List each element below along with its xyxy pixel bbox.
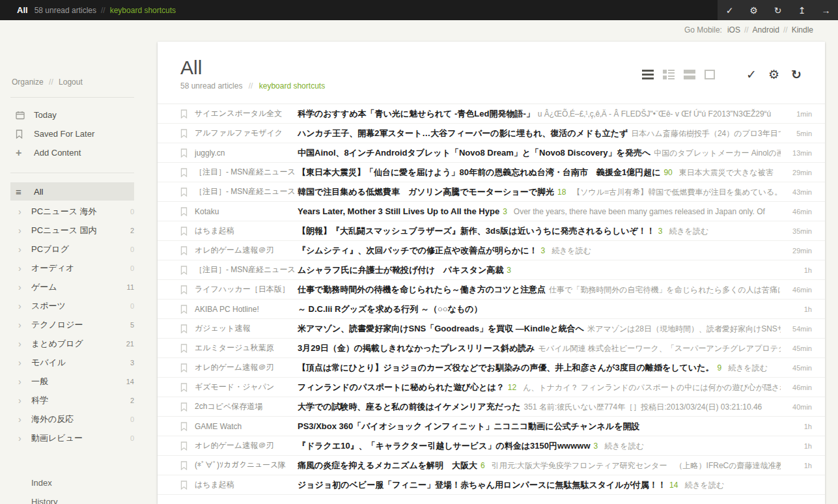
- sidebar-category[interactable]: › モバイル 3: [10, 353, 134, 372]
- article-row[interactable]: ギズモード・ジャパン フィンランドのパスポートに秘められた遊び心とは？12ん、ト…: [158, 378, 825, 397]
- bookmark-icon[interactable]: [180, 422, 189, 431]
- bookmark-icon[interactable]: [180, 246, 189, 255]
- chevron-right-icon[interactable]: ›: [10, 320, 31, 330]
- sidebar-category[interactable]: › スポーツ 0: [10, 296, 134, 315]
- sidebar-category[interactable]: › 海外の反応 0: [10, 410, 134, 428]
- chevron-right-icon[interactable]: ›: [10, 433, 31, 443]
- chevron-right-icon[interactable]: ›: [10, 263, 31, 273]
- logout-link[interactable]: Logout: [59, 77, 83, 87]
- chevron-right-icon[interactable]: ›: [10, 301, 31, 311]
- article-title[interactable]: 科学のおすすめ本「青い光に魅せられて -青色Led開発物語-」: [298, 109, 535, 119]
- article-title[interactable]: 韓国で注目集める低燃費車 ガソリン高騰でモーターショーで脚光: [298, 187, 554, 197]
- article-row[interactable]: ［注目］- MSN産経ニュース ムシャラフ氏に弁護士が靴投げ付け パキスタン高裁…: [158, 260, 825, 280]
- bookmark-icon[interactable]: [180, 363, 189, 372]
- bookmark-icon[interactable]: [180, 207, 189, 216]
- article-row[interactable]: 2chコピペ保存道場 大学での試験時、座ると私の前後はイケメンリア充だった351…: [158, 397, 825, 417]
- next-article-icon[interactable]: →: [814, 0, 838, 20]
- article-row[interactable]: はちま起稿 【朗報】『大乱闘スマッシュブラザーズ』新作、3ds版は近いうちに発売…: [158, 221, 825, 241]
- article-row[interactable]: ［注目］- MSN産経ニュース 韓国で注目集める低燃費車 ガソリン高騰でモーター…: [158, 182, 825, 202]
- organize-link[interactable]: Organize: [12, 77, 44, 87]
- chevron-right-icon[interactable]: ›: [10, 395, 31, 406]
- article-title[interactable]: 大学での試験時、座ると私の前後はイケメンリア充だった: [298, 402, 521, 412]
- article-row[interactable]: エルミタージュ秋葉原 3月29日（金）の掲載しきれなかったプレスリリース斜め読み…: [158, 339, 825, 358]
- article-title[interactable]: ハンカチ王子、開幕2軍スタート…大谷フィーバーの影に埋もれ、復活のメドも立たず: [298, 128, 628, 138]
- bookmark-icon[interactable]: [180, 344, 189, 353]
- go-mobile-ios-link[interactable]: iOS: [727, 25, 740, 35]
- article-row[interactable]: juggly.cn 中国Ainol、8インチAndroidタブレット「Novo8…: [158, 143, 825, 163]
- article-title[interactable]: ムシャラフ氏に弁護士が靴投げ付け パキスタン高裁: [298, 265, 503, 275]
- bookmark-icon[interactable]: [180, 109, 189, 119]
- sidebar-category[interactable]: › PCニュース 海外 0: [10, 202, 134, 221]
- article-title[interactable]: PS3/Xbox 360「バイオショック インフィニット」ニコニコ動画に公式チャ…: [298, 421, 640, 431]
- sidebar-category[interactable]: › PCブログ 0: [10, 240, 134, 259]
- chevron-right-icon[interactable]: ›: [10, 414, 31, 425]
- settings-gear-icon[interactable]: ⚙: [742, 0, 766, 20]
- bookmark-icon[interactable]: [180, 227, 189, 236]
- bookmark-icon[interactable]: [180, 481, 189, 490]
- sidebar-category[interactable]: › テクノロジー 5: [10, 315, 134, 334]
- view-full-icon[interactable]: [705, 70, 715, 79]
- bookmark-icon[interactable]: [180, 441, 189, 451]
- sidebar-item-today[interactable]: Today: [10, 105, 134, 124]
- view-magazine-icon[interactable]: [663, 70, 675, 79]
- article-row[interactable]: (*ﾟ∀ﾟ)ｿカガクニュース隊 痛風の炎症を抑えるメカニズムを解明 大阪大6引用…: [158, 456, 825, 475]
- bookmark-icon[interactable]: [180, 383, 189, 392]
- bookmark-icon[interactable]: [180, 148, 189, 158]
- bookmark-icon[interactable]: [180, 285, 189, 294]
- go-mobile-android-link[interactable]: Android: [753, 25, 779, 35]
- sidebar-category[interactable]: › オーディオ 0: [10, 259, 134, 277]
- article-row[interactable]: アルファルファモザイク ハンカチ王子、開幕2軍スタート…大谷フィーバーの影に埋も…: [158, 124, 825, 143]
- chevron-right-icon[interactable]: ›: [10, 339, 31, 349]
- article-title[interactable]: ジョジョ初のベビー服「フィニー」登場！赤ちゃん用ロンパースに無駄無駄スタイルが付…: [298, 480, 666, 490]
- article-title[interactable]: 【東日本大震災】「仙台に愛を届けよう」80年前の恩義忘れぬ台湾・台南市 義援金1…: [298, 167, 660, 177]
- chevron-right-icon[interactable]: ›: [10, 244, 31, 255]
- article-title[interactable]: 【朗報】『大乱闘スマッシュブラザーズ』新作、3ds版は近いうちに発売されるらしい…: [298, 226, 655, 236]
- sidebar-category[interactable]: › 一般 14: [10, 372, 134, 391]
- history-link[interactable]: History: [10, 492, 134, 504]
- bookmark-icon[interactable]: [180, 266, 189, 275]
- article-row[interactable]: はちま起稿 ジョジョ初のベビー服「フィニー」登場！赤ちゃん用ロンパースに無駄無駄…: [158, 475, 825, 495]
- article-row[interactable]: オレ的ゲーム速報＠刃 『シムシティ』、次回パッチでの修正点や改善点が明らかに！3…: [158, 241, 825, 260]
- article-title[interactable]: 3月29日（金）の掲載しきれなかったプレスリリース斜め読み: [298, 343, 535, 353]
- article-row[interactable]: ライフハッカー［日本版］ 仕事で勤務時間外の待機を命じられたら～働き方のコツと注…: [158, 280, 825, 300]
- article-row[interactable]: GAME Watch PS3/Xbox 360「バイオショック インフィニット」…: [158, 417, 825, 436]
- bookmark-icon[interactable]: [180, 129, 189, 138]
- article-title[interactable]: 仕事で勤務時間外の待機を命じられたら～働き方のコツと注意点: [298, 285, 546, 294]
- article-title[interactable]: Years Later, Mother 3 Still Lives Up to …: [298, 206, 499, 216]
- article-title[interactable]: フィンランドのパスポートに秘められた遊び心とは？: [298, 382, 505, 392]
- sidebar-category[interactable]: › PCニュース 国内 2: [10, 221, 134, 240]
- scroll-to-top-icon[interactable]: ↥: [790, 0, 814, 20]
- article-title[interactable]: 『シムシティ』、次回パッチでの修正点や改善点が明らかに！: [298, 245, 538, 255]
- view-cards-icon[interactable]: [684, 70, 695, 79]
- settings-gear-icon[interactable]: ⚙: [768, 67, 779, 82]
- article-row[interactable]: Kotaku Years Later, Mother 3 Still Lives…: [158, 202, 825, 221]
- bookmark-icon[interactable]: [180, 324, 189, 333]
- article-row[interactable]: オレ的ゲーム速報＠刃 『ドラクエ10』、「キャラクター引越しサービス」の料金は3…: [158, 436, 825, 456]
- sidebar-category[interactable]: › 動画レビュー 0: [10, 428, 134, 447]
- chevron-right-icon[interactable]: ›: [10, 206, 31, 217]
- article-title[interactable]: ～ D.C.Iii Rグッズを求める行列 ～（○○なもの）: [298, 304, 482, 314]
- article-title[interactable]: 『ドラクエ10』、「キャラクター引越しサービス」の料金は3150円wwwww: [298, 441, 591, 451]
- bookmark-icon[interactable]: [180, 305, 189, 314]
- article-row[interactable]: ［注目］- MSN産経ニュース 【東日本大震災】「仙台に愛を届けよう」80年前の…: [158, 163, 825, 182]
- bookmark-icon[interactable]: [180, 168, 189, 177]
- mark-all-read-icon[interactable]: ✓: [718, 0, 742, 20]
- sidebar-item-all[interactable]: ≡ All: [10, 182, 134, 201]
- bookmark-icon[interactable]: [180, 402, 189, 412]
- view-titles-icon[interactable]: [642, 70, 654, 79]
- chevron-right-icon[interactable]: ›: [10, 357, 31, 368]
- article-title[interactable]: 米アマゾン、読書愛好家向けSNS「Goodreads」を買収 ―Kindleと統…: [298, 324, 584, 333]
- sidebar-category[interactable]: › まとめブログ 21: [10, 334, 134, 353]
- article-title[interactable]: 中国Ainol、8インチAndroidタブレット「Novo8 Dream」と「N…: [298, 148, 650, 158]
- sidebar-item-saved-for-later[interactable]: Saved For Later: [10, 124, 134, 143]
- article-row[interactable]: ガジェット速報 米アマゾン、読書愛好家向けSNS「Goodreads」を買収 ―…: [158, 319, 825, 339]
- sidebar-category[interactable]: › ゲーム 11: [10, 277, 134, 296]
- bookmark-icon[interactable]: [180, 188, 189, 197]
- article-title[interactable]: 痛風の炎症を抑えるメカニズムを解明 大阪大: [298, 460, 477, 470]
- index-link[interactable]: Index: [10, 473, 134, 492]
- bookmark-icon[interactable]: [180, 461, 189, 470]
- refresh-icon[interactable]: ↻: [766, 0, 790, 20]
- keyboard-shortcuts-link[interactable]: keyboard shortcuts: [110, 6, 176, 15]
- chevron-right-icon[interactable]: ›: [10, 282, 31, 292]
- article-row[interactable]: サイエンスポータル全文 科学のおすすめ本「青い光に魅せられて -青色Led開発物…: [158, 104, 825, 124]
